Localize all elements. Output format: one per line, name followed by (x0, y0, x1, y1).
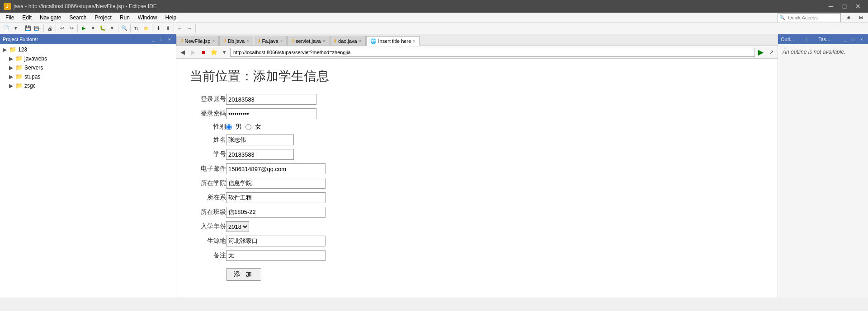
new-button[interactable]: 📄 (2, 24, 11, 33)
maximize-button[interactable]: □ (838, 1, 851, 11)
redo-button[interactable]: ↪ (67, 24, 76, 33)
sep7 (152, 24, 152, 32)
student-id-input[interactable] (226, 149, 294, 160)
back-button[interactable]: ◀ (178, 48, 187, 57)
minimize-button[interactable]: ─ (825, 1, 837, 11)
notes-row: 备注 (190, 250, 764, 261)
run-button[interactable]: ▶ (79, 24, 88, 33)
outline-tab[interactable]: Outl... (781, 37, 794, 42)
close-button[interactable]: ✕ (852, 1, 864, 11)
student-id-row: 学号 (190, 149, 764, 160)
debug-dropdown[interactable]: ▾ (108, 24, 117, 33)
enrollment-year-select[interactable]: 2018 2019 2020 2021 (226, 221, 249, 232)
tab-fa[interactable]: J Fa.java × (254, 36, 287, 46)
right-panel-minimize[interactable]: _ (842, 36, 849, 43)
browser-toolbar: ◀ ▶ ■ ⭐ ▾ ▶ ↗ (176, 46, 778, 59)
menu-search[interactable]: Search (66, 14, 90, 22)
sep1 (22, 24, 22, 32)
tab-servlet[interactable]: J servlet.java × (287, 36, 329, 46)
right-panel-maximize[interactable]: □ (850, 36, 857, 43)
open-type-button[interactable]: T↕ (132, 24, 141, 33)
tab-newfile[interactable]: J NewFile.jsp × (176, 36, 219, 46)
sidebar-maximize[interactable]: □ (158, 36, 165, 43)
submit-button[interactable]: 添 加 (226, 268, 261, 281)
expand-arrow: ▶ (3, 46, 9, 53)
notes-input[interactable] (226, 250, 326, 261)
sidebar-close[interactable]: × (166, 36, 173, 43)
sidebar-minimize[interactable]: _ (150, 36, 157, 43)
bookmark-button[interactable]: ⭐ (209, 48, 218, 57)
tab-close[interactable]: × (323, 38, 326, 43)
outline-message: An outline is not available. (783, 49, 845, 55)
run-dropdown[interactable]: ▾ (89, 24, 98, 33)
address-dropdown[interactable]: ▾ (220, 48, 229, 57)
tab-dao[interactable]: J dao.java × (330, 36, 366, 46)
folder-icon: 📁 (15, 82, 23, 89)
class-input[interactable] (226, 207, 326, 218)
email-input[interactable] (226, 163, 326, 174)
debug-button[interactable]: 🐛 (98, 24, 107, 33)
name-input[interactable] (226, 135, 294, 145)
notes-label: 备注 (190, 251, 226, 260)
quick-access-input[interactable] (786, 15, 840, 20)
menu-file[interactable]: File (2, 14, 18, 22)
sep4 (77, 24, 78, 32)
go-button[interactable]: ▶ (756, 48, 765, 57)
tab-db[interactable]: J Db.java × (219, 36, 253, 46)
undo-button[interactable]: ↩ (57, 24, 66, 33)
submit-row: 添 加 (190, 265, 764, 281)
tab-close[interactable]: × (359, 38, 362, 43)
login-account-input[interactable] (226, 94, 316, 105)
open-res-button[interactable]: 📁 (142, 24, 151, 33)
tab-label: Insert title here (378, 38, 411, 44)
url-bar[interactable] (230, 48, 755, 57)
save-all-button[interactable]: 💾+ (33, 24, 42, 33)
tree-item-stupas[interactable]: ▶ 📁 stupas (1, 72, 175, 81)
tab-close[interactable]: × (246, 38, 249, 43)
gender-female-radio[interactable] (245, 124, 251, 130)
tab-browser[interactable]: 🌐 Insert title here × (366, 36, 420, 46)
menu-run[interactable]: Run (116, 14, 133, 22)
menu-bar: File Edit Navigate Search Project Run Wi… (0, 13, 868, 23)
tree-item-servers[interactable]: ▶ 📁 Servers (1, 63, 175, 72)
college-input[interactable] (226, 178, 326, 189)
perspective-button[interactable]: ⊞ (843, 13, 854, 22)
next-edit[interactable]: → (185, 24, 194, 33)
sep2 (43, 24, 44, 32)
tab-label: servlet.java (296, 38, 321, 44)
search-button[interactable]: 🔍 (120, 24, 129, 33)
forward-button[interactable]: ▶ (189, 48, 198, 57)
gender-male-radio[interactable] (226, 124, 232, 130)
tree-item-javawebs[interactable]: ▶ 📁 javawebs (1, 54, 175, 63)
quick-access-box[interactable]: 🔍 (778, 13, 841, 22)
window-title: java - http://localhost:8066/stupas/NewF… (14, 3, 157, 9)
menu-edit[interactable]: Edit (19, 14, 35, 22)
menu-navigate[interactable]: Navigate (36, 14, 65, 22)
sep8 (174, 24, 174, 32)
external-button[interactable]: ↗ (767, 48, 776, 57)
stop-button[interactable]: ■ (199, 48, 208, 57)
tree-item-zsgc[interactable]: ▶ 📁 zsgc (1, 81, 175, 90)
menu-help[interactable]: Help (162, 14, 180, 22)
new-dropdown[interactable]: ▾ (11, 24, 20, 33)
next-annotation[interactable]: ⬇ (154, 24, 163, 33)
prev-edit[interactable]: ← (175, 24, 184, 33)
prev-annotation[interactable]: ⬆ (163, 24, 172, 33)
print-button[interactable]: 🖨 (45, 24, 54, 33)
views-button[interactable]: ⊟ (855, 13, 866, 22)
department-row: 所在系 (190, 192, 764, 203)
sep9 (195, 24, 196, 32)
login-password-input[interactable] (226, 108, 316, 119)
tab-close[interactable]: × (212, 38, 215, 43)
tasks-tab[interactable]: Tas... (818, 37, 830, 42)
right-panel-close[interactable]: × (858, 36, 865, 43)
menu-project[interactable]: Project (91, 14, 115, 22)
menu-window[interactable]: Window (134, 14, 161, 22)
tab-close[interactable]: × (413, 39, 415, 44)
department-input[interactable] (226, 192, 326, 203)
tree-item-123[interactable]: ▶ 📁 123 (1, 45, 175, 54)
folder-icon: 📁 (9, 46, 16, 53)
tab-close[interactable]: × (280, 38, 283, 43)
save-button[interactable]: 💾 (24, 24, 33, 33)
hometown-input[interactable] (226, 236, 326, 246)
